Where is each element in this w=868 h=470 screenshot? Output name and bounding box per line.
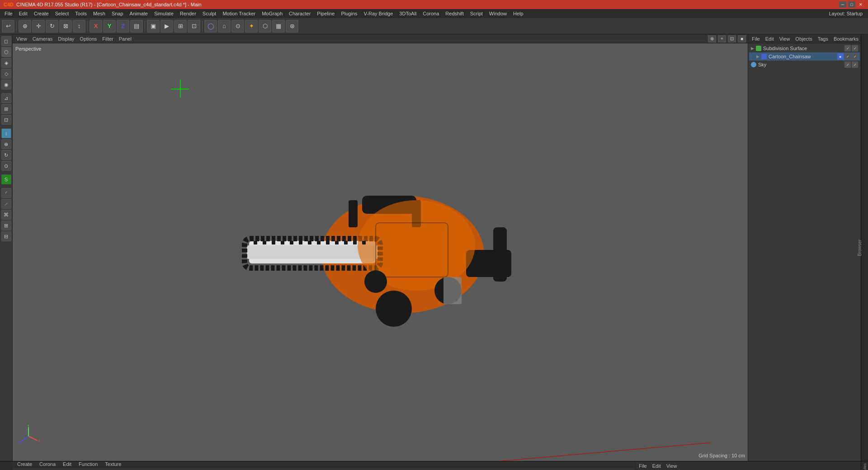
close-button[interactable]: ✕ (857, 1, 864, 8)
left-tool-model[interactable]: ◻ (1, 36, 11, 46)
props-menu-file[interactable]: File (637, 463, 649, 469)
window-controls[interactable]: ─ □ ✕ (839, 1, 864, 8)
vp-menu-display[interactable]: Display (56, 36, 76, 42)
obj-menu-file[interactable]: File (750, 36, 762, 42)
tool-btn-2[interactable]: ✛ (32, 20, 45, 33)
menu-render[interactable]: Render (177, 10, 199, 17)
left-tool-mesh[interactable]: ⬡ (1, 47, 11, 57)
obj-menu-edit[interactable]: Edit (764, 36, 776, 42)
left-tool-more[interactable]: ⊟ (1, 231, 11, 241)
vp-menu-cameras[interactable]: Cameras (31, 36, 55, 42)
tl-menu-create[interactable]: Create (14, 461, 35, 467)
render-btn[interactable]: ⊞ (174, 20, 187, 33)
obj-vis-btn-4[interactable]: ✓ (844, 53, 851, 60)
vp-ctrl-4[interactable]: ■ (738, 35, 746, 42)
obj-menu-view[interactable]: View (778, 36, 792, 42)
tl-menu-function[interactable]: Function (76, 461, 100, 467)
menu-motion-tracker[interactable]: Motion Tracker (220, 10, 258, 17)
left-tool-move[interactable]: ↕ (1, 128, 11, 138)
tl-menu-corona[interactable]: Corona (37, 461, 58, 467)
menu-select[interactable]: Select (52, 10, 72, 17)
obj-vis-btn-7[interactable]: ✓ (852, 61, 858, 68)
obj-vis-btn-3[interactable]: ■ (837, 53, 844, 60)
left-tool-point[interactable]: ◉ (1, 80, 11, 89)
obj-vis-btn-2[interactable]: ✓ (852, 45, 858, 52)
sphere-btn[interactable]: ◯ (204, 20, 217, 33)
side-tab-browser[interactable]: Browser (856, 238, 863, 258)
menu-mesh[interactable]: Mesh (90, 10, 108, 17)
menu-edit[interactable]: Edit (16, 10, 30, 17)
render-active-btn[interactable]: ▶ (160, 20, 173, 33)
tl-menu-edit[interactable]: Edit (60, 461, 74, 467)
obj-vis-btn-6[interactable]: ✓ (844, 61, 851, 68)
maximize-button[interactable]: □ (848, 1, 855, 8)
menu-snap[interactable]: Snap (109, 10, 126, 17)
axis-x-btn[interactable]: X (90, 20, 102, 33)
left-tool-grid[interactable]: ⊞ (1, 221, 11, 230)
obj-item-sky[interactable]: Sky ✓ ✓ (749, 61, 860, 69)
render-region-btn[interactable]: ▣ (147, 20, 160, 33)
menu-animate[interactable]: Animate (127, 10, 151, 17)
bottom-side-tab[interactable]: Attributes (862, 461, 868, 470)
left-tool-sculpt[interactable]: ⊿ (1, 93, 11, 103)
left-tool-rotate[interactable]: ↻ (1, 150, 11, 160)
tool-btn-4[interactable]: ⊠ (59, 20, 72, 33)
menu-mograph[interactable]: MoGraph (259, 10, 285, 17)
left-tool-axis[interactable]: ⊡ (1, 115, 11, 125)
props-menu-view[interactable]: View (665, 463, 679, 469)
light-btn[interactable]: ⊛ (286, 20, 298, 33)
obj-item-chainsaw[interactable]: ▶ Cartoon_Chainsaw ■ ✓ ✓ (749, 52, 860, 61)
left-tool-edge[interactable]: ◇ (1, 69, 11, 79)
left-tool-knife[interactable]: ⟋ (1, 199, 11, 209)
side-browser[interactable]: Attributes Browser (861, 34, 868, 461)
deformer-btn[interactable]: ⊙ (231, 20, 244, 33)
field-btn[interactable]: ⬡ (259, 20, 271, 33)
axis-y-btn[interactable]: Y (103, 20, 116, 33)
left-tool-grab[interactable]: ⌘ (1, 210, 11, 220)
tool-btn-6[interactable]: ▤ (130, 20, 143, 33)
obj-menu-objects[interactable]: Objects (793, 36, 814, 42)
undo-btn[interactable]: ↩ (2, 20, 14, 33)
minimize-button[interactable]: ─ (839, 1, 846, 8)
vp-menu-filter[interactable]: Filter (100, 36, 115, 42)
menu-character[interactable]: Character (286, 10, 313, 17)
menu-create[interactable]: Create (31, 10, 52, 17)
sculpt-btn[interactable]: ⌂ (218, 20, 231, 33)
left-tool-polygon[interactable]: ◈ (1, 58, 11, 68)
menu-corona[interactable]: Corona (420, 10, 442, 17)
menu-file[interactable]: File (2, 10, 15, 17)
render-to-picture-btn[interactable]: ⊡ (188, 20, 200, 33)
menu-3dtoall[interactable]: 3DToAll (396, 10, 419, 17)
menu-help[interactable]: Help (510, 10, 526, 17)
menu-window[interactable]: Window (486, 10, 509, 17)
menu-pipeline[interactable]: Pipeline (314, 10, 337, 17)
menu-redshift[interactable]: Redshift (443, 10, 466, 17)
left-tool-scale[interactable]: ⊕ (1, 139, 11, 149)
vp-menu-view[interactable]: View (14, 36, 29, 42)
side-tab-attributes[interactable]: Attributes (867, 236, 868, 259)
left-tool-s[interactable]: S (1, 174, 11, 184)
vp-menu-options[interactable]: Options (78, 36, 99, 42)
menu-script[interactable]: Script (467, 10, 486, 17)
obj-vis-btn-1[interactable]: ✓ (844, 45, 851, 52)
vp-ctrl-2[interactable]: + (718, 35, 726, 42)
obj-vis-btn-5[interactable]: ✓ (852, 53, 858, 60)
vp-ctrl-3[interactable]: ⊡ (728, 35, 736, 42)
menu-vray[interactable]: V-Ray Bridge (361, 10, 396, 17)
tool-btn-5[interactable]: ↕ (73, 20, 85, 33)
menu-simulate[interactable]: Simulate (151, 10, 176, 17)
left-tool-paint[interactable]: ◜ (1, 188, 11, 198)
obj-menu-tags[interactable]: Tags (816, 36, 830, 42)
camera-btn[interactable]: ▦ (272, 20, 285, 33)
obj-menu-bookmarks[interactable]: Bookmarks (832, 36, 860, 42)
vp-menu-panel[interactable]: Panel (117, 36, 133, 42)
tl-menu-texture[interactable]: Texture (102, 461, 124, 467)
left-tool-live[interactable]: ⊙ (1, 161, 11, 171)
menu-plugins[interactable]: Plugins (338, 10, 360, 17)
tool-btn-3[interactable]: ↻ (46, 20, 58, 33)
viewport-canvas[interactable]: Perspective X Y Z (13, 43, 748, 461)
props-menu-edit[interactable]: Edit (651, 463, 663, 469)
tool-btn-1[interactable]: ⊕ (19, 20, 31, 33)
left-tool-snap[interactable]: ⊞ (1, 104, 11, 114)
vp-ctrl-1[interactable]: ⊕ (708, 35, 716, 42)
